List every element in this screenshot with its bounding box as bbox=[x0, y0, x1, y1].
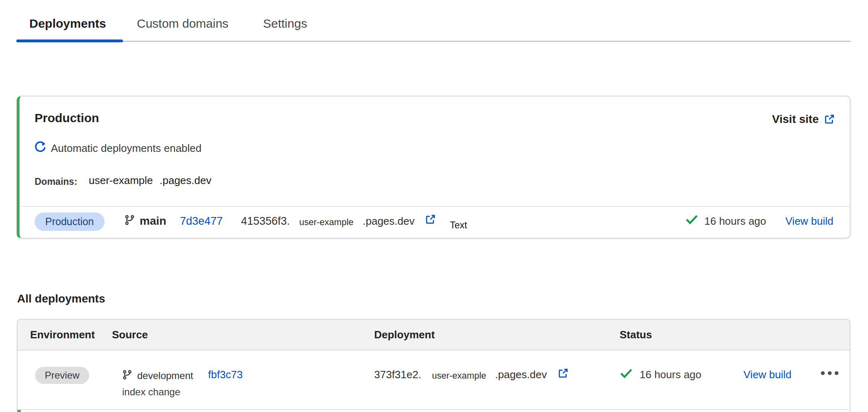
column-header-source: Source bbox=[112, 329, 148, 341]
deployment-time: 16 hours ago bbox=[704, 215, 766, 228]
deployment-time: 16 hours ago bbox=[640, 368, 701, 381]
note-text: Text bbox=[450, 220, 467, 231]
production-card-title: Production bbox=[35, 111, 99, 125]
commit-hash-link[interactable]: 7d3e477 bbox=[180, 215, 223, 228]
view-build-link[interactable]: View build bbox=[743, 368, 791, 381]
environment-badge-production: Production bbox=[35, 213, 105, 231]
refresh-icon bbox=[34, 141, 46, 153]
external-link-icon[interactable] bbox=[425, 214, 436, 225]
external-link-icon[interactable] bbox=[557, 368, 569, 379]
tab-divider bbox=[16, 41, 851, 42]
column-header-status: Status bbox=[620, 329, 652, 341]
column-header-deployment: Deployment bbox=[374, 329, 435, 341]
domain-name: user-example bbox=[89, 174, 153, 187]
deployment-url-suffix[interactable]: .pages.dev bbox=[495, 368, 547, 381]
deployment-url-prefix[interactable]: 373f31e2. bbox=[374, 368, 421, 381]
deployment-url-prefix[interactable]: 415356f3. bbox=[241, 215, 290, 228]
success-check-icon bbox=[686, 214, 698, 226]
domains-label: Domains: bbox=[35, 176, 77, 187]
auto-deployments-status: Automatic deployments enabled bbox=[51, 142, 202, 155]
card-divider bbox=[20, 206, 850, 207]
git-branch-icon bbox=[122, 370, 132, 380]
deployment-url-name[interactable]: user-example bbox=[299, 217, 353, 228]
tab-custom-domains[interactable]: Custom domains bbox=[137, 15, 228, 32]
visit-site-label: Visit site bbox=[772, 113, 819, 126]
deployments-table: Environment Source Deployment Status Pre… bbox=[17, 319, 850, 412]
production-card: Production Visit site Automatic deployme… bbox=[17, 96, 850, 239]
external-link-icon bbox=[824, 114, 835, 125]
commit-hash-link[interactable]: fbf3c73 bbox=[208, 368, 243, 381]
column-header-environment: Environment bbox=[30, 329, 95, 341]
domain-suffix: .pages.dev bbox=[160, 174, 211, 187]
active-tab-indicator bbox=[16, 39, 123, 42]
deployment-url-suffix[interactable]: .pages.dev bbox=[363, 215, 414, 228]
row-divider bbox=[18, 409, 850, 410]
git-branch-icon bbox=[124, 215, 135, 226]
tab-deployments[interactable]: Deployments bbox=[29, 15, 106, 32]
deployment-url-name[interactable]: user-example bbox=[432, 370, 486, 381]
branch-name: main bbox=[140, 215, 166, 228]
success-check-icon bbox=[620, 368, 632, 380]
commit-message: index change bbox=[122, 386, 180, 398]
view-build-link[interactable]: View build bbox=[785, 215, 833, 228]
table-header-row: Environment Source Deployment Status bbox=[18, 320, 850, 351]
branch-name: development bbox=[137, 370, 193, 381]
next-row-green-indicator bbox=[18, 410, 21, 412]
environment-badge-preview: Preview bbox=[35, 367, 89, 384]
all-deployments-heading: All deployments bbox=[17, 292, 105, 305]
tab-settings[interactable]: Settings bbox=[263, 15, 307, 32]
row-overflow-menu-button[interactable]: ••• bbox=[820, 365, 841, 381]
visit-site-link[interactable]: Visit site bbox=[772, 113, 835, 126]
